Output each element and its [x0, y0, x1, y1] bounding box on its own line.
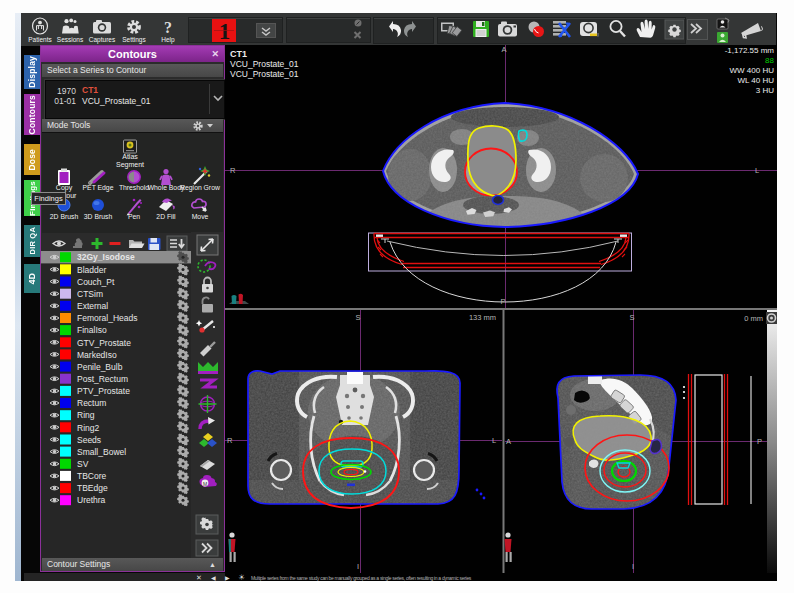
svg-text:P: P — [757, 437, 762, 446]
svg-text:Copy: Copy — [56, 184, 73, 192]
svg-text:I: I — [357, 562, 359, 571]
svg-text:Segment: Segment — [116, 161, 144, 169]
svg-text:Ring2: Ring2 — [77, 423, 99, 433]
svg-text:Urethra: Urethra — [77, 495, 106, 505]
svg-text:Seeds: Seeds — [77, 435, 101, 445]
svg-text:Femoral_Heads: Femoral_Heads — [77, 313, 137, 323]
svg-text:Post_Rectum: Post_Rectum — [77, 374, 128, 384]
svg-text:CT1: CT1 — [230, 49, 247, 59]
svg-text:R: R — [227, 436, 233, 445]
svg-text:133 mm: 133 mm — [469, 313, 496, 322]
svg-text:MarkedIso: MarkedIso — [77, 350, 117, 360]
svg-text:WW 400 HU: WW 400 HU — [730, 66, 775, 75]
svg-text:L: L — [492, 436, 496, 445]
svg-text:TBCore: TBCore — [77, 471, 107, 481]
svg-text:PTV_Prostate: PTV_Prostate — [77, 386, 130, 396]
svg-text:Penile_Bulb: Penile_Bulb — [77, 362, 123, 372]
svg-text:Bladder: Bladder — [77, 265, 106, 275]
svg-text:Move: Move — [192, 213, 209, 220]
svg-text:88: 88 — [765, 56, 774, 65]
svg-text:S: S — [355, 313, 360, 322]
svg-text:Pen: Pen — [128, 213, 140, 220]
svg-text:Rectum: Rectum — [77, 398, 106, 408]
svg-text:WL 40 HU: WL 40 HU — [737, 76, 774, 85]
svg-text:3D Brush: 3D Brush — [84, 213, 113, 220]
svg-text:Ring: Ring — [77, 410, 95, 420]
svg-text:I: I — [632, 562, 634, 571]
svg-text:External: External — [77, 301, 108, 311]
svg-text:A: A — [506, 437, 511, 446]
svg-text:L: L — [755, 166, 759, 175]
svg-text:VCU_Prostate_01: VCU_Prostate_01 — [230, 69, 299, 79]
svg-text:Atlas: Atlas — [122, 153, 138, 160]
svg-text:P: P — [500, 297, 505, 306]
svg-text:Threshold: Threshold — [119, 184, 149, 191]
svg-text:CTSim: CTSim — [77, 289, 103, 299]
svg-text:GTV_Prostate: GTV_Prostate — [77, 338, 131, 348]
svg-text:Small_Bowel: Small_Bowel — [77, 447, 126, 457]
svg-text:PET Edge: PET Edge — [83, 184, 114, 192]
svg-text:TBEdge: TBEdge — [77, 483, 108, 493]
svg-text:3 HU: 3 HU — [756, 86, 774, 95]
svg-text:SV: SV — [77, 459, 89, 469]
svg-text:FinalIso: FinalIso — [77, 325, 107, 335]
svg-text:32Gy_Isodose: 32Gy_Isodose — [77, 252, 135, 262]
svg-text:?: ? — [164, 19, 172, 36]
svg-text:2D Fill: 2D Fill — [156, 213, 176, 220]
svg-text:0 mm: 0 mm — [744, 314, 763, 323]
svg-text:Region Grow: Region Grow — [180, 184, 220, 192]
svg-text:M: M — [203, 481, 207, 487]
svg-text:2D Brush: 2D Brush — [50, 213, 79, 220]
svg-text:A: A — [501, 45, 506, 54]
svg-text:R: R — [230, 166, 236, 175]
svg-text:-1,172.55 mm: -1,172.55 mm — [725, 46, 775, 55]
svg-text:S: S — [629, 313, 634, 322]
svg-text:VCU_Prostate_01: VCU_Prostate_01 — [230, 59, 299, 69]
svg-text:Couch_Pt: Couch_Pt — [77, 277, 115, 287]
